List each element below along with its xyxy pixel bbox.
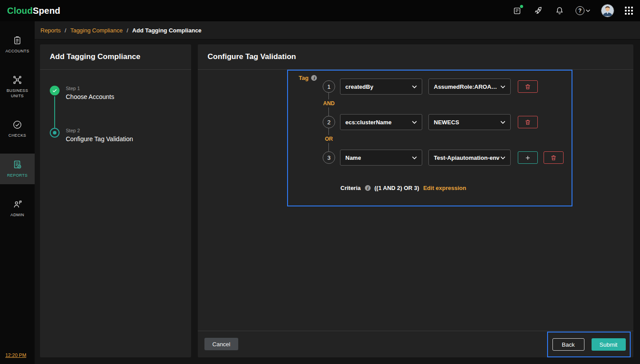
- notification-dot: [520, 5, 523, 8]
- criteria-row: Criteria i ((1 AND 2) OR 3) Edit express…: [340, 185, 466, 191]
- topbar: CloudSpend ?: [0, 0, 640, 21]
- chevron-down-icon: [586, 9, 590, 12]
- plus-icon: [524, 154, 531, 161]
- rule-number-badge: 1: [323, 80, 335, 93]
- submit-button[interactable]: Submit: [592, 338, 626, 351]
- bell-icon[interactable]: [554, 5, 565, 16]
- step-label: Step 1: [66, 86, 114, 91]
- sidebar-item-label: ADMIN: [11, 212, 24, 218]
- tag-key-dropdown[interactable]: Name: [340, 150, 422, 166]
- rule-number-badge: 2: [323, 116, 335, 128]
- sidebar-item-label: CHECKS: [8, 133, 26, 138]
- tag-rules-highlight-box: Tag i AND OR 1 createdBy AssumedRole:ARO…: [287, 70, 572, 206]
- breadcrumb-tagging-compliance-link[interactable]: Tagging Compliance: [70, 27, 123, 34]
- tag-value-dropdown[interactable]: AssumedRole:AROAQ...: [428, 79, 511, 95]
- breadcrumb-reports-link[interactable]: Reports: [40, 27, 61, 34]
- breadcrumb-current: Add Tagging Compliance: [132, 27, 202, 34]
- accounts-icon: [12, 36, 22, 45]
- chevron-down-icon: [500, 156, 505, 159]
- step-title: Choose Accounts: [66, 93, 114, 100]
- delete-rule-button[interactable]: [518, 116, 538, 128]
- breadcrumb-separator: /: [127, 27, 128, 34]
- tag-value-dropdown[interactable]: NEWECS: [428, 114, 511, 130]
- back-button[interactable]: Back: [552, 338, 584, 351]
- sidebar-item-accounts[interactable]: ACCOUNTS: [0, 29, 35, 60]
- config-panel: Configure Tag Validation Tag i AND OR 1 …: [198, 44, 633, 357]
- criteria-expression: ((1 AND 2) OR 3): [375, 185, 420, 191]
- checks-icon: [12, 120, 22, 130]
- user-avatar[interactable]: [601, 4, 614, 17]
- sidebar-item-checks[interactable]: CHECKS: [0, 114, 35, 144]
- tag-rule-row: 3 Name Test-Apiautomation-env: [288, 150, 572, 166]
- actions-highlight-box: Back Submit: [547, 332, 631, 357]
- trash-icon: [524, 119, 531, 126]
- wizard-stepper: Step 1 Choose Accounts Step 2 Configure …: [40, 70, 191, 142]
- config-title: Configure Tag Validation: [198, 44, 633, 70]
- step-active-dot-icon: [50, 128, 60, 138]
- sidebar-item-business-units[interactable]: BUSINESS UNITS: [0, 69, 35, 105]
- tag-value-dropdown[interactable]: Test-Apiautomation-env: [428, 150, 511, 166]
- clock-time[interactable]: 12:20 PM: [0, 347, 35, 364]
- cloudspend-logo[interactable]: CloudSpend: [7, 6, 60, 16]
- criteria-info-icon[interactable]: i: [365, 185, 371, 191]
- trash-icon: [550, 154, 557, 161]
- tag-rule-row: 2 ecs:clusterName NEWECS: [288, 114, 572, 130]
- chevron-down-icon: [412, 156, 417, 159]
- sidebar-item-label: BUSINESS UNITS: [1, 88, 33, 99]
- logo-part-spend: Spend: [33, 6, 60, 16]
- sidebar-item-label: ACCOUNTS: [5, 48, 29, 54]
- admin-icon: [12, 199, 22, 209]
- trash-icon: [524, 83, 531, 90]
- business-units-icon: [12, 75, 22, 85]
- step-1-choose-accounts[interactable]: Step 1 Choose Accounts: [50, 86, 191, 128]
- help-icon: ?: [576, 6, 584, 15]
- chevron-down-icon: [500, 121, 505, 124]
- tag-key-dropdown[interactable]: ecs:clusterName: [340, 114, 422, 130]
- feedback-icon[interactable]: [512, 5, 522, 16]
- edit-expression-link[interactable]: Edit expression: [423, 185, 466, 191]
- step-done-check-icon: [50, 86, 60, 95]
- chevron-down-icon: [412, 85, 417, 88]
- add-rule-button[interactable]: [518, 151, 538, 164]
- sidebar-item-admin[interactable]: ADMIN: [0, 193, 35, 224]
- topbar-actions: ?: [512, 4, 633, 17]
- delete-rule-button[interactable]: [544, 151, 564, 164]
- apps-grid-icon[interactable]: [625, 7, 633, 15]
- step-2-configure-tag-validation[interactable]: Step 2 Configure Tag Validation: [50, 128, 191, 142]
- chevron-down-icon: [500, 85, 505, 88]
- criteria-label: Criteria: [340, 185, 361, 191]
- breadcrumb-separator: /: [65, 27, 67, 34]
- sidebar-item-label: REPORTS: [7, 173, 28, 178]
- rule-number-badge: 3: [323, 151, 335, 164]
- connector-and-label: AND: [322, 99, 336, 107]
- wizard-panel: Add Tagging Compliance Step 1 Choose Acc…: [40, 44, 191, 357]
- logo-part-cloud: Cloud: [7, 6, 33, 16]
- tag-rule-row: 1 createdBy AssumedRole:AROAQ...: [288, 79, 572, 95]
- sidebar: ACCOUNTS BUSINESS UNITS CHECKS REPORTS A…: [0, 21, 35, 364]
- tag-key-dropdown[interactable]: createdBy: [340, 79, 422, 95]
- rocket-icon[interactable]: [533, 5, 544, 16]
- delete-rule-button[interactable]: [518, 80, 538, 93]
- sidebar-item-reports[interactable]: REPORTS: [0, 154, 35, 184]
- step-label: Step 2: [66, 128, 133, 133]
- cancel-button[interactable]: Cancel: [204, 338, 238, 350]
- chevron-down-icon: [412, 121, 417, 124]
- breadcrumb: Reports / Tagging Compliance / Add Taggi…: [35, 21, 640, 40]
- help-menu[interactable]: ?: [576, 6, 590, 15]
- footer-divider: [198, 331, 633, 331]
- step-title: Configure Tag Validation: [66, 135, 133, 142]
- reports-icon: [12, 160, 22, 170]
- wizard-title: Add Tagging Compliance: [40, 44, 191, 70]
- connector-or-label: OR: [324, 135, 334, 143]
- cloudspend-app: CloudSpend ?: [0, 0, 640, 364]
